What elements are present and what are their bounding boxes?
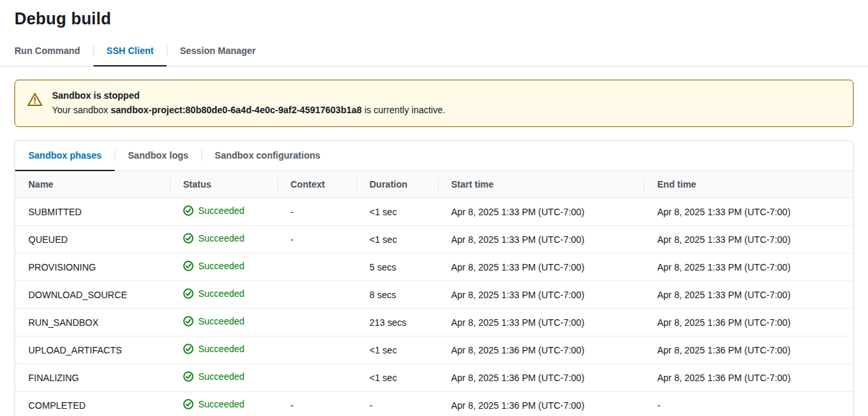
page-header: Debug build	[0, 0, 868, 28]
phase-end-time: Apr 8, 2025 1:36 PM (UTC-7:00)	[644, 309, 853, 336]
status-badge: Succeeded	[183, 288, 244, 299]
phase-duration: 213 secs	[356, 309, 438, 336]
debug-build-tabs: Run Command SSH Client Session Manager	[0, 36, 868, 66]
column-header-end-time: End time	[644, 171, 853, 198]
phase-status: Succeeded	[170, 364, 277, 392]
check-circle-icon	[183, 205, 194, 216]
column-header-name: Name	[15, 171, 170, 198]
status-label: Succeeded	[198, 261, 244, 271]
phase-end-time: Apr 8, 2025 1:36 PM (UTC-7:00)	[644, 364, 853, 392]
status-badge: Succeeded	[183, 233, 244, 244]
phase-name: COMPLETED	[15, 392, 170, 416]
status-label: Succeeded	[198, 316, 244, 326]
phase-start-time: Apr 8, 2025 1:36 PM (UTC-7:00)	[438, 336, 644, 364]
phase-duration: <1 sec	[356, 226, 438, 253]
phase-context: -	[277, 198, 356, 226]
tab-session-manager[interactable]: Session Manager	[167, 36, 269, 66]
sandbox-phases-table: Name Status Context Duration Start time …	[15, 171, 853, 416]
phase-row: COMPLETED Succeeded - - Apr 8, 2025 1:36…	[15, 392, 853, 416]
status-label: Succeeded	[198, 288, 244, 299]
phase-end-time: Apr 8, 2025 1:33 PM (UTC-7:00)	[644, 253, 853, 281]
table-header-row: Name Status Context Duration Start time …	[15, 171, 853, 198]
phase-context	[277, 336, 356, 364]
sandbox-details-card: Sandbox phases Sandbox logs Sandbox conf…	[14, 140, 854, 416]
phase-status: Succeeded	[170, 281, 277, 309]
phase-end-time: Apr 8, 2025 1:33 PM (UTC-7:00)	[644, 281, 853, 309]
sandbox-card-tabs: Sandbox phases Sandbox logs Sandbox conf…	[15, 141, 853, 171]
phase-name: SUBMITTED	[15, 198, 170, 226]
column-header-start-time: Start time	[438, 171, 644, 198]
status-badge: Succeeded	[183, 399, 244, 409]
alert-title: Sandbox is stopped	[52, 90, 445, 101]
column-header-duration: Duration	[356, 171, 438, 198]
phase-row: DOWNLOAD_SOURCE Succeeded 8 secs Apr 8, …	[15, 281, 853, 309]
check-circle-icon	[183, 261, 194, 271]
sandbox-stopped-alert: Sandbox is stopped Your sandbox sandbox-…	[14, 80, 854, 127]
phase-context: -	[277, 392, 356, 416]
status-badge: Succeeded	[183, 205, 244, 216]
phase-row: RUN_SANDBOX Succeeded 213 secs Apr 8, 20…	[15, 309, 853, 336]
phase-end-time: -	[644, 392, 853, 416]
alert-body: Sandbox is stopped Your sandbox sandbox-…	[52, 90, 445, 115]
phase-start-time: Apr 8, 2025 1:36 PM (UTC-7:00)	[438, 392, 644, 416]
tab-sandbox-logs[interactable]: Sandbox logs	[115, 141, 202, 171]
tab-sandbox-configurations[interactable]: Sandbox configurations	[202, 141, 333, 171]
phase-context	[277, 253, 356, 281]
phase-status: Succeeded	[170, 392, 277, 416]
phase-context	[277, 281, 356, 309]
page-title: Debug build	[14, 9, 854, 28]
column-header-status: Status	[170, 171, 277, 198]
check-circle-icon	[183, 233, 194, 244]
phase-end-time: Apr 8, 2025 1:33 PM (UTC-7:00)	[644, 226, 853, 253]
check-circle-icon	[183, 399, 194, 409]
tab-sandbox-phases[interactable]: Sandbox phases	[15, 141, 115, 171]
phase-context	[277, 309, 356, 336]
status-badge: Succeeded	[183, 316, 244, 326]
phase-duration: 5 secs	[356, 253, 438, 281]
phase-duration: <1 sec	[356, 336, 438, 364]
alert-message-suffix: is currently inactive.	[362, 105, 445, 115]
column-header-context: Context	[277, 171, 356, 198]
check-circle-icon	[183, 344, 194, 354]
tab-ssh-client[interactable]: SSH Client	[94, 36, 167, 66]
alert-message-prefix: Your sandbox	[52, 105, 111, 115]
phase-status: Succeeded	[170, 309, 277, 336]
phase-name: UPLOAD_ARTIFACTS	[15, 336, 170, 364]
phase-row: UPLOAD_ARTIFACTS Succeeded <1 sec Apr 8,…	[15, 336, 853, 364]
warning-triangle-icon	[27, 91, 43, 110]
phase-start-time: Apr 8, 2025 1:33 PM (UTC-7:00)	[438, 309, 644, 336]
tab-run-command[interactable]: Run Command	[14, 36, 94, 66]
phase-name: DOWNLOAD_SOURCE	[15, 281, 170, 309]
check-circle-icon	[183, 371, 194, 382]
status-badge: Succeeded	[183, 344, 244, 354]
status-badge: Succeeded	[183, 371, 244, 382]
phase-row: PROVISIONING Succeeded 5 secs Apr 8, 202…	[15, 253, 853, 281]
phase-duration: 8 secs	[356, 281, 438, 309]
phase-status: Succeeded	[170, 336, 277, 364]
phase-start-time: Apr 8, 2025 1:33 PM (UTC-7:00)	[438, 281, 644, 309]
phase-row: FINALIZING Succeeded <1 sec Apr 8, 2025 …	[15, 364, 853, 392]
phase-context: -	[277, 226, 356, 253]
phase-start-time: Apr 8, 2025 1:36 PM (UTC-7:00)	[438, 364, 644, 392]
phase-row: SUBMITTED Succeeded - <1 sec Apr 8, 2025…	[15, 198, 853, 226]
phase-name: RUN_SANDBOX	[15, 309, 170, 336]
check-circle-icon	[183, 316, 194, 326]
phase-start-time: Apr 8, 2025 1:33 PM (UTC-7:00)	[438, 198, 644, 226]
phase-duration: <1 sec	[356, 198, 438, 226]
phase-start-time: Apr 8, 2025 1:33 PM (UTC-7:00)	[438, 253, 644, 281]
phase-start-time: Apr 8, 2025 1:33 PM (UTC-7:00)	[438, 226, 644, 253]
debug-build-page: Debug build Run Command SSH Client Sessi…	[0, 0, 868, 416]
phase-name: QUEUED	[15, 226, 170, 253]
phase-end-time: Apr 8, 2025 1:36 PM (UTC-7:00)	[644, 336, 853, 364]
phase-context	[277, 364, 356, 392]
status-label: Succeeded	[198, 205, 244, 216]
phase-duration: -	[356, 392, 438, 416]
phase-status: Succeeded	[170, 253, 277, 281]
check-circle-icon	[183, 288, 194, 299]
phase-row: QUEUED Succeeded - <1 sec Apr 8, 2025 1:…	[15, 226, 853, 253]
phase-name: FINALIZING	[15, 364, 170, 392]
phase-end-time: Apr 8, 2025 1:33 PM (UTC-7:00)	[644, 198, 853, 226]
sandbox-id: sandbox-project:80b80de0-6a4d-4e0c-9af2-…	[111, 105, 362, 115]
phase-status: Succeeded	[170, 198, 277, 226]
phase-duration: <1 sec	[356, 364, 438, 392]
